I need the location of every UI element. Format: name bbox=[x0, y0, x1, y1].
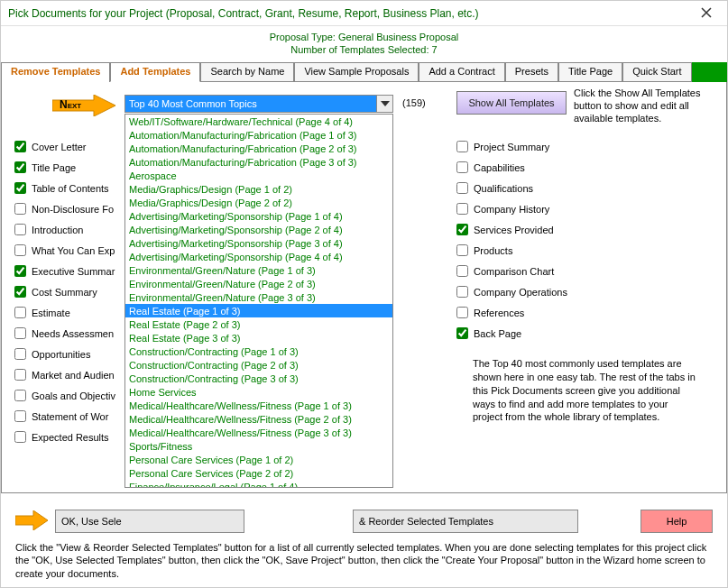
checkbox-company-history[interactable] bbox=[456, 203, 468, 215]
list-item[interactable]: Medical/Healthcare/Wellness/Fitness (Pag… bbox=[125, 399, 392, 412]
checkbox-title-page[interactable] bbox=[14, 161, 26, 173]
list-item[interactable]: Media/Graphics/Design (Page 2 of 2) bbox=[125, 196, 392, 209]
tab-add-templates[interactable]: Add Templates bbox=[110, 62, 200, 82]
tab-view-sample[interactable]: View Sample Proposals bbox=[294, 62, 419, 82]
list-item[interactable]: Advertising/Marketing/Sponsorship (Page … bbox=[125, 236, 392, 250]
check-label: What You Can Exp bbox=[32, 245, 115, 256]
checkbox-statement-of-wor[interactable] bbox=[14, 410, 26, 422]
topic-listbox[interactable]: Web/IT/Software/Hardware/Technical (Page… bbox=[124, 114, 393, 488]
left-check-row: What You Can Exp bbox=[14, 240, 130, 261]
right-check-row: References bbox=[456, 302, 673, 323]
list-item[interactable]: Automation/Manufacturing/Fabrication (Pa… bbox=[125, 155, 392, 169]
check-label: Introduction bbox=[32, 225, 83, 235]
tab-quick-start[interactable]: Quick Start bbox=[622, 62, 691, 82]
help-button[interactable]: Help bbox=[640, 510, 713, 533]
left-check-row: Statement of Wor bbox=[14, 406, 130, 427]
checkbox-market-and-audien[interactable] bbox=[14, 369, 26, 381]
list-item[interactable]: Environmental/Green/Nature (Page 1 of 3) bbox=[125, 263, 392, 277]
checkbox-comparison-chart[interactable] bbox=[456, 265, 468, 277]
list-item[interactable]: Construction/Contracting (Page 1 of 3) bbox=[125, 345, 392, 358]
next-arrow: Next bbox=[52, 95, 115, 118]
checkbox-opportunities[interactable] bbox=[14, 348, 26, 360]
checkbox-project-summary[interactable] bbox=[456, 141, 468, 152]
checkbox-references[interactable] bbox=[456, 307, 468, 318]
checkbox-table-of-contents[interactable] bbox=[14, 182, 26, 194]
check-label: Opportunities bbox=[32, 349, 90, 360]
list-item[interactable]: Personal Care Services (Page 1 of 2) bbox=[125, 453, 392, 466]
checkbox-capabilities[interactable] bbox=[456, 161, 468, 173]
right-check-row: Services Provided bbox=[456, 219, 673, 240]
checkbox-company-operations[interactable] bbox=[456, 286, 468, 298]
footer-text: Click the "View & Reorder Selected Templ… bbox=[15, 541, 713, 580]
tab-presets[interactable]: Presets bbox=[505, 62, 558, 82]
checkbox-estimate[interactable] bbox=[14, 307, 26, 318]
check-label: Statement of Wor bbox=[32, 411, 108, 422]
titlebar: Pick Documents for your Project (Proposa… bbox=[1, 1, 727, 26]
checkbox-needs-assessmen[interactable] bbox=[14, 327, 26, 339]
combo-arrow[interactable] bbox=[376, 96, 392, 112]
checkbox-cover-letter[interactable] bbox=[14, 141, 26, 152]
list-item[interactable]: Home Services bbox=[125, 385, 392, 399]
show-all-templates-button[interactable]: Show All Templates bbox=[456, 91, 567, 115]
checkbox-executive-summar[interactable] bbox=[14, 265, 26, 277]
tabstrip: Remove Templates Add Templates Search by… bbox=[1, 62, 727, 82]
check-label: Expected Results bbox=[32, 432, 109, 443]
left-check-row: Goals and Objectiv bbox=[14, 385, 130, 406]
checkbox-qualifications[interactable] bbox=[456, 182, 468, 194]
list-item[interactable]: Automation/Manufacturing/Fabrication (Pa… bbox=[125, 128, 392, 142]
list-item[interactable]: Finance/Insurance/Legal (Page 1 of 4) bbox=[125, 480, 392, 488]
checkbox-introduction[interactable] bbox=[14, 224, 26, 235]
tab-search-by-name[interactable]: Search by Name bbox=[200, 62, 294, 82]
explanation-text: The Top 40 most commonly used templates … bbox=[473, 357, 698, 424]
list-item[interactable]: Real Estate (Page 1 of 3) bbox=[125, 304, 392, 317]
left-check-row: Cost Summary bbox=[14, 281, 130, 302]
checkbox-goals-and-objectiv[interactable] bbox=[14, 390, 26, 401]
check-label: Qualifications bbox=[474, 183, 533, 194]
close-icon bbox=[701, 7, 712, 18]
list-item[interactable]: Environmental/Green/Nature (Page 2 of 3) bbox=[125, 277, 392, 290]
checkbox-products[interactable] bbox=[456, 244, 468, 256]
checkbox-services-provided[interactable] bbox=[456, 224, 468, 235]
list-item[interactable]: Personal Care Services (Page 2 of 2) bbox=[125, 466, 392, 480]
check-label: Goals and Objectiv bbox=[32, 390, 115, 401]
checkbox-what-you-can-exp[interactable] bbox=[14, 244, 26, 256]
left-check-row: Estimate bbox=[14, 302, 130, 323]
list-item[interactable]: Real Estate (Page 3 of 3) bbox=[125, 331, 392, 345]
tab-content: Next Top 40 Most Common Topics (159) Sho… bbox=[1, 82, 727, 493]
list-item[interactable]: Aerospace bbox=[125, 169, 392, 182]
list-item[interactable]: Web/IT/Software/Hardware/Technical (Page… bbox=[125, 115, 392, 128]
list-item[interactable]: Advertising/Marketing/Sponsorship (Page … bbox=[125, 250, 392, 263]
check-label: Capabilities bbox=[474, 162, 525, 173]
view-reorder-button[interactable]: & Reorder Selected Templates bbox=[353, 510, 578, 533]
list-item[interactable]: Advertising/Marketing/Sponsorship (Page … bbox=[125, 223, 392, 236]
list-item[interactable]: Medical/Healthcare/Wellness/Fitness (Pag… bbox=[125, 426, 392, 439]
left-check-row: Table of Contents bbox=[14, 178, 130, 198]
tab-remove-templates[interactable]: Remove Templates bbox=[1, 62, 110, 82]
list-item[interactable]: Sports/Fitness bbox=[125, 439, 392, 453]
tab-title-page[interactable]: Title Page bbox=[558, 62, 622, 82]
checkbox-expected-results[interactable] bbox=[14, 431, 26, 443]
close-button[interactable] bbox=[693, 6, 720, 21]
list-item[interactable]: Construction/Contracting (Page 2 of 3) bbox=[125, 358, 392, 372]
checkbox-back-page[interactable] bbox=[456, 327, 468, 339]
list-item[interactable]: Advertising/Marketing/Sponsorship (Page … bbox=[125, 209, 392, 223]
check-label: Services Provided bbox=[474, 225, 554, 235]
left-check-row: Non-Disclosure Fo bbox=[14, 198, 130, 219]
checkbox-non-disclosure-fo[interactable] bbox=[14, 203, 26, 215]
check-label: References bbox=[474, 308, 524, 318]
list-item[interactable]: Real Estate (Page 2 of 3) bbox=[125, 317, 392, 331]
left-check-row: Executive Summar bbox=[14, 261, 130, 281]
tab-add-contract[interactable]: Add a Contract bbox=[419, 62, 504, 82]
list-item[interactable]: Automation/Manufacturing/Fabrication (Pa… bbox=[125, 142, 392, 155]
ok-use-selected-button[interactable]: OK, Use Sele bbox=[55, 510, 244, 533]
topic-combo[interactable]: Top 40 Most Common Topics bbox=[124, 95, 393, 113]
list-item[interactable]: Environmental/Green/Nature (Page 3 of 3) bbox=[125, 290, 392, 304]
left-checklist: Cover LetterTitle PageTable of ContentsN… bbox=[14, 136, 130, 447]
list-item[interactable]: Construction/Contracting (Page 3 of 3) bbox=[125, 372, 392, 385]
checkbox-cost-summary[interactable] bbox=[14, 286, 26, 298]
right-check-row: Back Page bbox=[456, 323, 673, 344]
list-item[interactable]: Medical/Healthcare/Wellness/Fitness (Pag… bbox=[125, 412, 392, 426]
list-item[interactable]: Media/Graphics/Design (Page 1 of 2) bbox=[125, 182, 392, 196]
check-label: Estimate bbox=[32, 308, 70, 318]
check-label: Cover Letter bbox=[32, 142, 87, 152]
